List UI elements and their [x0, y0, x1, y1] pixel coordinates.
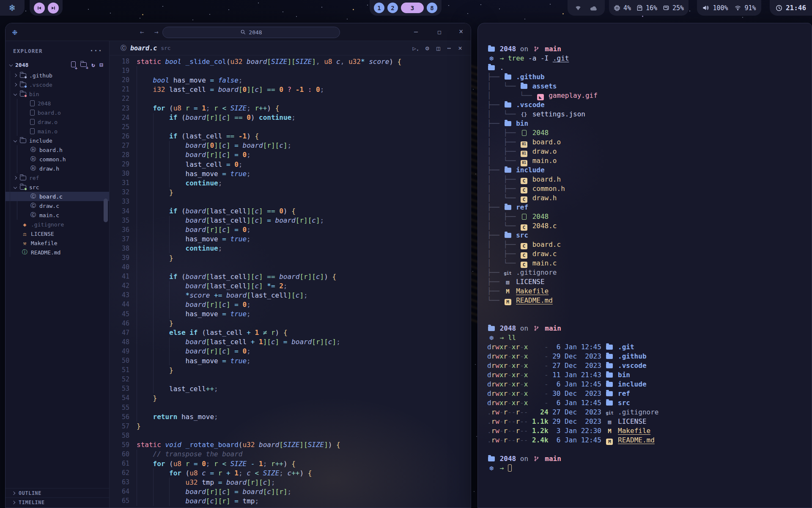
tree-item-board.h[interactable]: Ⓗboard.h	[5, 145, 109, 155]
tree-item-2048[interactable]: 2048	[5, 99, 109, 108]
code-editor[interactable]: 18static bool _slide_col(u32 board[SIZE]…	[110, 55, 471, 508]
new-folder-icon[interactable]: +	[80, 62, 87, 68]
indent-guide	[137, 300, 137, 309]
forward-button[interactable]: →	[154, 28, 159, 36]
tree-item-Makefile[interactable]: ⚒Makefile	[5, 238, 109, 248]
tree-item-draw.c[interactable]: Ⓒdraw.c	[5, 201, 109, 210]
editor-tab[interactable]: Ⓒ board.c src ▷▾⚙◫⋯×	[110, 41, 471, 55]
media-next-button[interactable]	[48, 3, 59, 14]
tree-item-bin[interactable]: bin	[5, 89, 109, 99]
close-tab-icon[interactable]: ×	[458, 44, 462, 52]
tree-item-README.md[interactable]: ⓘREADME.md	[5, 248, 109, 257]
code-line-18: 18static bool _slide_col(u32 board[SIZE]…	[110, 57, 471, 66]
tree-item-board.o[interactable]: board.o	[5, 108, 109, 117]
run-button[interactable]: ▷▾	[413, 44, 418, 52]
line-number: 26	[110, 133, 137, 140]
tree-item-.vscode[interactable]: .vscode	[5, 80, 109, 89]
line-number: 39	[110, 254, 137, 262]
folder-icon	[487, 454, 496, 464]
c-file-icon: C	[520, 249, 528, 259]
skip-next-icon	[51, 6, 56, 11]
terminal-line: │ └── C 2048.c	[487, 221, 812, 231]
terminal-line: drwxr-xr-x - 11 Jan 21:43 bin	[487, 370, 812, 380]
include-folder-icon	[504, 166, 512, 175]
terminal-window[interactable]: 2048 on main❆ → tree -a -I .git .├── .gi…	[477, 23, 812, 508]
indent-guide	[17, 192, 17, 220]
indent-guide	[137, 122, 137, 132]
terminal-line: drwxr-xr-x - 30 Dec 2023 ref	[487, 389, 812, 398]
tree-item-src[interactable]: src	[5, 182, 109, 192]
nix-menu-button[interactable]: ❄	[0, 0, 25, 16]
command-center-search[interactable]: 2048	[162, 27, 340, 38]
timeline-section[interactable]: TIMELINE	[5, 497, 109, 507]
code-line-50: 50 has_move = true;	[110, 356, 471, 365]
refresh-icon[interactable]: ↻	[91, 61, 95, 68]
ram-icon	[636, 5, 643, 11]
indent-guide	[137, 66, 137, 75]
tree-item-board.c[interactable]: Ⓒboard.c	[5, 192, 109, 201]
explorer-more-button[interactable]: ···	[90, 47, 102, 55]
split-editor-icon[interactable]: ◫	[436, 44, 440, 52]
collapse-all-icon[interactable]: ⊟	[100, 61, 103, 68]
tree-item-label: bin	[29, 91, 39, 97]
indent-guide	[169, 478, 170, 487]
workspace-button-1[interactable]: 1	[374, 3, 384, 13]
nix-snowflake-icon: ❆	[487, 54, 496, 63]
tree-item-label: .github	[29, 72, 52, 79]
code-line-29: 29 last_cell = 0;	[110, 160, 471, 169]
terminal-line: ├── M Makefile	[487, 287, 812, 296]
indent-guide	[169, 337, 170, 347]
folder-icon	[504, 203, 512, 212]
new-file-icon[interactable]: +	[71, 61, 76, 69]
git-branch-icon	[532, 454, 541, 464]
workspace-button-3[interactable]: 3	[401, 3, 424, 13]
tree-item-common.h[interactable]: Ⓗcommon.h	[5, 155, 109, 164]
indent-guide	[169, 244, 170, 253]
tree-item-ref[interactable]: ref	[5, 173, 109, 182]
more-actions-icon[interactable]: ⋯	[447, 44, 451, 52]
tree-item-draw.o[interactable]: draw.o	[5, 117, 109, 127]
terminal-line: │ ├── C draw.c	[487, 249, 812, 259]
maximize-button[interactable]: □	[438, 28, 441, 36]
clock-widget[interactable]: 21:46	[770, 0, 812, 16]
tree-item-LICENSE[interactable]: ⚖LICENSE	[5, 229, 109, 238]
indent-guide	[137, 141, 137, 150]
outline-section[interactable]: OUTLINE	[5, 488, 109, 497]
workspace-button-8[interactable]: 8	[427, 3, 437, 13]
indent-guide	[169, 347, 170, 356]
indent-guide	[153, 160, 154, 169]
explorer-root-folder[interactable]: 2048 ++↻⊟	[5, 60, 109, 70]
indent-guide	[153, 207, 154, 216]
back-icon: ←	[140, 28, 144, 36]
terminal-line: │ ├── 01 draw.o	[487, 147, 812, 156]
markdown-icon: M	[605, 436, 614, 445]
github-folder-icon	[605, 352, 614, 361]
indent-guide	[137, 235, 137, 244]
tree-item-include[interactable]: include	[5, 136, 109, 145]
line-number: 54	[110, 394, 137, 402]
tree-item-main.o[interactable]: main.o	[5, 127, 109, 136]
line-number: 51	[110, 366, 137, 374]
cpu-usage: 4%	[623, 4, 631, 12]
tree-item-.gitignore[interactable]: ◈.gitignore	[5, 220, 109, 229]
weather-widget[interactable]	[568, 0, 605, 16]
gear-icon[interactable]: ⚙	[425, 44, 429, 52]
code-line-48: 48 board[last_cell + 1][c] = board[r][c]…	[110, 337, 471, 347]
tree-item-draw.h[interactable]: Ⓗdraw.h	[5, 164, 109, 173]
vscode-titlebar[interactable]: ❉ ← → 2048 — □ ×	[5, 23, 471, 41]
sidebar-scrollbar[interactable]	[104, 199, 108, 222]
code-line-30: 30 has_move = true;	[110, 169, 471, 178]
close-window-button[interactable]: ×	[459, 27, 463, 36]
terminal-line: ├── bin	[487, 119, 812, 128]
terminal-line: │ └── C main.c	[487, 259, 812, 268]
workspace-button-2[interactable]: 2	[387, 3, 398, 13]
minimize-button[interactable]: —	[414, 28, 418, 36]
indent-guide	[169, 178, 170, 188]
tree-item-main.c[interactable]: Ⓒmain.c	[5, 210, 109, 220]
code-line-63: 63 u32 tmp = board[r][c];	[110, 478, 471, 487]
tree-item-.github[interactable]: .github	[5, 71, 109, 80]
tree-item-label: src	[29, 184, 39, 190]
vscode-folder-icon	[504, 100, 512, 110]
back-button[interactable]: ←	[140, 28, 144, 36]
media-prev-button[interactable]	[34, 3, 45, 14]
